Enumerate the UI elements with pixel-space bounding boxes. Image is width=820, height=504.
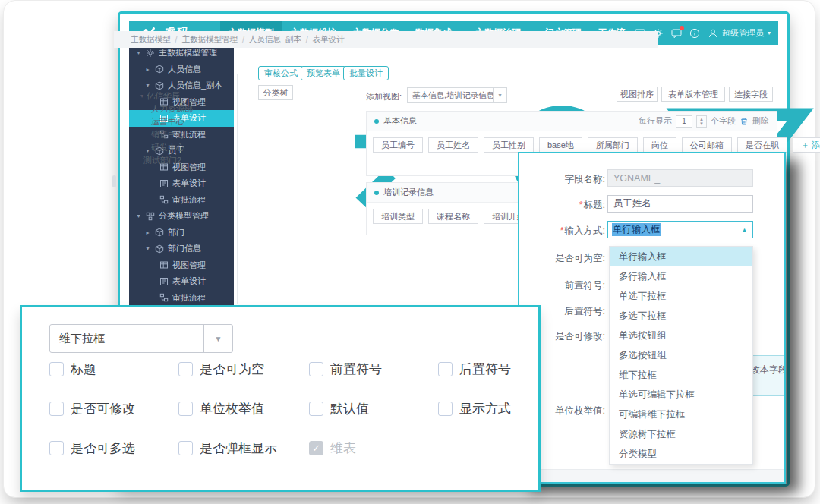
caret-down-icon: ▾ (140, 93, 144, 99)
field-chip[interactable]: 岗位 (643, 137, 676, 153)
sidebar-item-person-info[interactable]: ▸人员信息 (129, 61, 234, 78)
bullet-icon (374, 119, 379, 124)
caret-up-icon[interactable]: ▲ (736, 222, 752, 238)
view-sort-button[interactable]: 视图排序 (617, 87, 658, 102)
breadcrumb: 主数据模型/ 主数据模型管理/ 人员信息_副本/ 表单设计 (114, 31, 658, 48)
sidebar-item-approval-flow[interactable]: 审批流程 (129, 290, 234, 307)
tree-node-sales[interactable]: 销售中心 (140, 128, 232, 141)
table-icon (159, 260, 169, 269)
sidebar-item-department-info[interactable]: ▾部门信息 (129, 241, 234, 257)
tab-classification-tree[interactable]: 分类树 (258, 85, 293, 100)
checkbox-suffix[interactable]: 后置符号 (438, 361, 511, 378)
required-asterisk: * (579, 200, 583, 210)
sidebar-item-approval-flow[interactable]: 审批流程 (129, 192, 234, 209)
checkbox-prefix[interactable]: 前置符号 (309, 361, 382, 378)
checkbox-default-value[interactable]: 默认值 (309, 400, 369, 417)
input-mode-label: *输入方式: (522, 225, 605, 238)
sidebar-item-form-design[interactable]: 表单设计 (129, 175, 234, 192)
divider (750, 402, 784, 402)
checkbox-title[interactable]: 标题 (49, 361, 96, 378)
checkbox-box (438, 402, 453, 416)
prefix-symbol-label: 前置符号: (522, 279, 605, 292)
checkbox-unit-enum[interactable]: 单位枚举值 (178, 400, 264, 417)
dropdown-option-single-line[interactable]: 单行输入框 (610, 247, 752, 266)
field-name-label: 字段名称: (522, 173, 605, 186)
add-view-select[interactable]: 基本信息,培训记录信息 ▾ (407, 87, 507, 103)
checkbox-modifiable[interactable]: 是否可修改 (49, 400, 135, 417)
dropdown-option-resource-tree-select[interactable]: 资源树下拉框 (610, 424, 752, 444)
trash-icon[interactable] (740, 117, 749, 126)
field-chip[interactable]: base地 (539, 137, 582, 153)
breadcrumb-item[interactable]: 主数据模型管理 (181, 34, 238, 45)
field-chip[interactable]: 员工编号 (373, 137, 423, 153)
title-input[interactable]: 员工姓名 (607, 195, 753, 213)
checkbox-popup-display[interactable]: 是否弹框显示 (178, 439, 277, 457)
delete-label[interactable]: 删除 (752, 115, 769, 127)
cube-icon (155, 228, 164, 237)
dropdown-option-dim-select[interactable]: 维下拉框 (610, 365, 752, 385)
field-chip[interactable]: 公司邮箱 (682, 137, 732, 153)
nullable-label: 是否可为空: (522, 252, 605, 265)
checkbox-checked-box: ✓ (309, 441, 323, 455)
sidebar-item-department[interactable]: ▸部门 (129, 225, 234, 241)
dropdown-option-editable-dim-select[interactable]: 可编辑维下拉框 (610, 405, 752, 424)
section-title: 培训记录信息 (383, 187, 434, 198)
sidebar-item-form-design[interactable]: 表单设计 (129, 273, 234, 290)
sidebar-item-view-mgmt[interactable]: 视图管理 (129, 257, 234, 274)
dropdown-option-editable-single-select[interactable]: 单选可编辑下拉框 (610, 385, 752, 405)
tree-node-operations[interactable]: 运营中心 (140, 115, 232, 128)
dropdown-option-multi-line[interactable]: 多行输入框 (610, 266, 752, 286)
input-type-select[interactable]: 维下拉框 ▼ (49, 324, 233, 353)
tree-node-hr[interactable]: 人力资源部 (140, 102, 232, 115)
user-menu[interactable]: 超级管理员 ▾ (708, 27, 771, 39)
checkbox-box (309, 402, 323, 416)
dropdown-option-multi-select[interactable]: 多选下拉框 (610, 306, 752, 326)
checkbox-box (49, 402, 64, 416)
checkbox-nullable[interactable]: 是否可为空 (178, 361, 264, 378)
checkbox-box (49, 362, 64, 376)
sidebar-item-category-model-mgmt[interactable]: ▾分类模型管理 (129, 208, 234, 225)
preview-form-button[interactable]: 预览表单 (301, 66, 346, 80)
cube-icon (155, 65, 164, 74)
breadcrumb-item[interactable]: 主数据模型 (131, 34, 171, 45)
chevron-down-icon: ▾ (493, 88, 506, 102)
message-icon[interactable] (671, 28, 682, 39)
panel-divider (237, 74, 238, 304)
checkbox-display-mode[interactable]: 显示方式 (438, 400, 511, 417)
classification-tree: ▾亿信华辰 人力资源部 运营中心 销售中心 研发中心 测试部门2 (140, 90, 232, 167)
notification-badge (680, 26, 684, 30)
info-icon[interactable] (689, 28, 700, 39)
field-chip[interactable]: 所属部门 (588, 137, 638, 153)
tree-node-root[interactable]: ▾亿信华辰 (140, 90, 232, 102)
dropdown-option-category-model[interactable]: 分类模型 (610, 444, 752, 464)
field-chip[interactable]: 培训类型 (373, 209, 423, 224)
rows-per-line-input[interactable]: 1 (676, 115, 692, 128)
plus-icon: ＋ (801, 140, 809, 151)
stepper-control[interactable]: ▲▼ (696, 115, 707, 128)
checkbox-multi-select[interactable]: 是否可多选 (49, 439, 135, 457)
breadcrumb-item[interactable]: 人员信息_副本 (249, 34, 301, 45)
add-field-button[interactable]: ＋添加 (793, 137, 820, 153)
sidebar-collapse-handle[interactable] (112, 175, 116, 187)
tree-node-rd[interactable]: 研发中心 (140, 141, 232, 154)
dropdown-option-checkbox-group[interactable]: 多选按钮组 (610, 345, 752, 365)
input-mode-combobox[interactable]: 单行输入框 ▲ (607, 221, 753, 238)
link-field-button[interactable]: 连接字段 (729, 87, 773, 102)
combobox-selected-text: 单行输入框 (612, 223, 661, 236)
form-version-mgmt-button[interactable]: 表单版本管理 (661, 87, 725, 102)
dropdown-option-radio-group[interactable]: 单选按钮组 (610, 326, 752, 345)
field-chip[interactable]: 员工姓名 (428, 137, 478, 153)
tree-node-test-dept[interactable]: 测试部门2 (140, 154, 232, 167)
category-icon (146, 212, 155, 221)
user-name: 超级管理员 (722, 27, 764, 39)
check-formula-button[interactable]: 审核公式 (258, 66, 304, 80)
field-chip[interactable]: 课程名称 (428, 209, 478, 224)
field-chip[interactable]: 是否在职 (737, 137, 787, 153)
batch-design-button[interactable]: 批量设计 (343, 66, 389, 80)
display-options-panel: 维下拉框 ▼ 标题 是否可为空 前置符号 后置符号 是否可修改 单位枚举值 默认… (20, 305, 541, 492)
caret-down-icon: ▾ (135, 49, 142, 56)
field-chip[interactable]: 员工性别 (484, 137, 534, 153)
dropdown-option-single-select[interactable]: 单选下拉框 (610, 286, 752, 306)
user-caret-icon: ▾ (768, 30, 771, 36)
checkbox-dim-table-checked: ✓维表 (309, 439, 356, 457)
